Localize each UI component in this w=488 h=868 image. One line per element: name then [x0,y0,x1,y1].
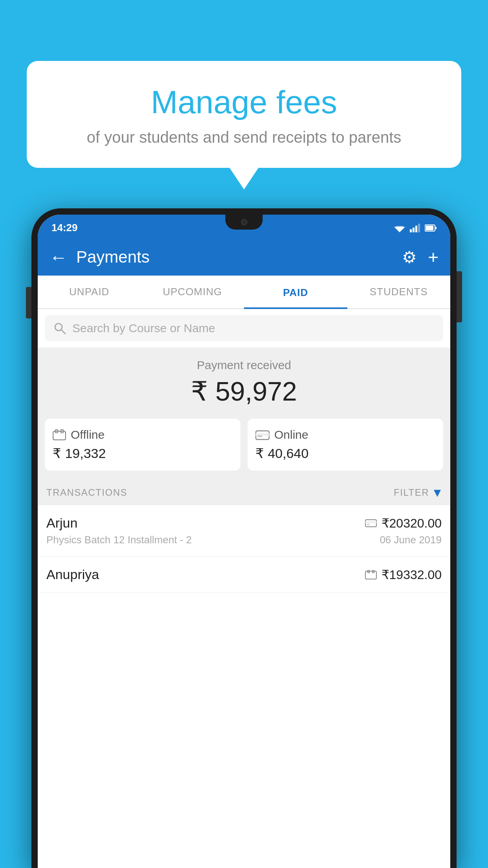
transaction-name: Anupriya [46,567,99,582]
camera [241,219,247,225]
svg-rect-19 [365,521,376,523]
signal-icon [410,224,420,232]
transaction-amount: ₹19332.00 [382,567,442,582]
svg-marker-17 [434,490,441,497]
tab-unpaid[interactable]: UNPAID [38,276,141,308]
payment-amount: ₹ 59,972 [46,376,442,407]
offline-payment-icon [53,429,66,440]
back-button[interactable]: ← [50,246,68,268]
filter-button[interactable]: FILTER [394,487,442,498]
payment-label: Payment received [46,359,442,372]
search-input[interactable]: Search by Course or Name [72,322,215,335]
speech-bubble: Manage fees of your students and send re… [27,61,461,168]
settings-button[interactable]: ⚙ [402,248,417,267]
online-payment-icon [255,429,270,440]
transaction-name: Arjun [46,515,77,531]
offline-amount: ₹ 19,332 [53,445,233,461]
tab-upcoming[interactable]: UPCOMING [141,276,244,308]
tabs-bar: UNPAID UPCOMING PAID STUDENTS [38,276,450,309]
svg-rect-21 [365,571,376,579]
online-card: Online ₹ 40,640 [248,419,443,471]
wifi-icon [394,224,405,232]
transaction-detail: Physics Batch 12 Installment - 2 [46,534,192,546]
filter-label: FILTER [394,487,429,498]
transactions-header: TRANSACTIONS FILTER [38,479,450,505]
payment-cards: Offline ₹ 19,332 Online [38,419,450,479]
volume-button [26,287,31,318]
card-payment-icon [365,519,377,528]
svg-rect-20 [367,524,370,525]
bubble-title: Manage fees [46,85,442,120]
offline-receipt-icon [365,570,377,579]
svg-rect-4 [415,226,417,232]
svg-rect-3 [413,228,415,232]
transactions-label: TRANSACTIONS [46,487,127,498]
svg-line-10 [61,330,65,334]
svg-rect-8 [426,226,433,230]
power-button [457,271,462,322]
search-icon [53,322,66,335]
status-bar: 14:29 [38,215,450,239]
notch [226,215,263,230]
svg-rect-11 [53,431,66,440]
transaction-date: 06 June 2019 [380,534,442,546]
add-button[interactable]: + [428,246,438,268]
svg-rect-5 [418,224,420,232]
tab-paid[interactable]: PAID [244,276,347,309]
svg-rect-7 [435,227,437,229]
transaction-amount: ₹20320.00 [382,516,442,531]
filter-icon [433,488,442,497]
tab-students[interactable]: STUDENTS [347,276,451,308]
offline-label: Offline [71,428,105,441]
battery-icon [425,224,437,232]
status-icons [394,224,437,232]
search-container: Search by Course or Name [38,309,450,348]
search-bar[interactable]: Search by Course or Name [45,315,443,341]
online-amount: ₹ 40,640 [255,445,435,461]
svg-rect-2 [410,229,412,232]
online-label: Online [274,428,308,441]
phone-frame: 14:29 [31,208,457,868]
app-header: ← Payments ⚙ + [38,239,450,276]
transaction-row[interactable]: Arjun ₹20320.00 Physics Batch 12 Install… [38,505,450,557]
bubble-subtitle: of your students and send receipts to pa… [46,129,442,146]
page-title: Payments [76,248,150,267]
payment-summary: Payment received ₹ 59,972 [38,348,450,419]
status-time: 14:29 [51,222,78,234]
transaction-row[interactable]: Anupriya ₹19332.00 [38,557,450,593]
svg-rect-16 [257,435,262,437]
offline-card: Offline ₹ 19,332 [45,419,240,471]
